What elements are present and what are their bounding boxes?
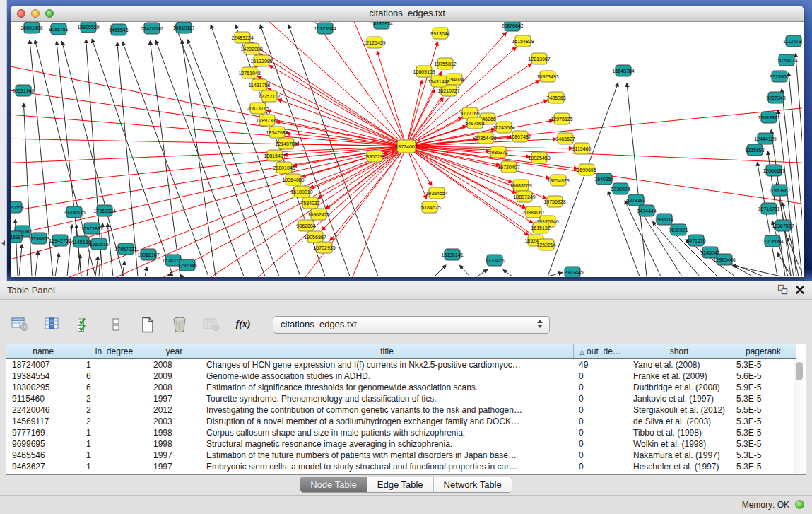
table-cell: 1: [81, 450, 148, 461]
table-cell: 22420046: [6, 404, 81, 416]
table-toolbar: f(x) citations_edges.txt: [10, 313, 550, 337]
network-window-titlebar[interactable]: citations_edges.txt: [11, 6, 804, 22]
panel-collapse-arrow-icon[interactable]: [1, 240, 5, 246]
table-row[interactable]: 977716911998Corpus callosum shape and si…: [6, 427, 796, 438]
table-row[interactable]: 1872400712008Changes of HCN gene express…: [6, 359, 796, 371]
red-edge: [307, 22, 406, 146]
table-row[interactable]: 969969511998Structural magnetic resonanc…: [6, 438, 796, 450]
graph-node-label: 9699695: [577, 168, 596, 173]
table-cell: Structural magnetic resonance image aver…: [201, 438, 573, 450]
graph-node-label: 10025453: [528, 156, 550, 160]
graph-node-label: 9245042: [700, 250, 719, 255]
column-header-in_degree[interactable]: in_degree: [81, 344, 148, 359]
table-cell: Genome-wide association studies in ADHD.: [201, 370, 573, 382]
table-cell: 5.3E-5: [731, 427, 796, 438]
table-row[interactable]: 1830029562008Estimation of significance …: [6, 382, 796, 393]
column-chooser-button[interactable]: [42, 315, 63, 334]
graph-node-label: 7986372: [488, 150, 507, 155]
table-cell: 1998: [148, 438, 201, 450]
table-panel: Table Panel: [0, 281, 812, 496]
table-cell: 5.3E-5: [731, 393, 796, 404]
table-cell: Stergiakouli et al. (2012): [628, 404, 731, 416]
graph-node-label: 10973493: [536, 74, 558, 79]
graph-node-label: 7632621: [669, 228, 688, 233]
network-canvas[interactable]: 1872400722483224142020881612209812761048…: [11, 22, 802, 277]
graph-node-label: 10807487: [509, 134, 531, 139]
new-table-button[interactable]: [137, 315, 158, 334]
left-panel-strip: [0, 0, 7, 281]
column-header-out_de[interactable]: △out_de…: [573, 344, 628, 359]
float-panel-icon[interactable]: [777, 284, 788, 295]
table-cell: 5.9E-5: [731, 382, 796, 393]
graph-node-label: 15184575: [418, 205, 440, 210]
graph-node-label: 7485063: [546, 95, 565, 100]
graph-node-label: 12752112: [259, 94, 281, 99]
function-builder-button[interactable]: f(x): [233, 315, 254, 334]
table-settings-button[interactable]: [10, 315, 31, 334]
table-cell: 1: [81, 359, 148, 371]
close-traffic-light-icon[interactable]: [17, 9, 25, 18]
minimize-traffic-light-icon[interactable]: [31, 9, 40, 18]
table-row[interactable]: 2242004622012Investigating the contribut…: [6, 404, 796, 416]
table-cell: Estimation of the future numbers of pati…: [201, 450, 573, 461]
black-edge: [107, 223, 113, 276]
graph-node-label: 16648784: [612, 69, 634, 74]
tab-network-table[interactable]: Network Table: [434, 477, 512, 492]
table-type-tabs: Node TableEdge TableNetwork Table: [300, 477, 512, 493]
graph-node-label: 20691406: [20, 25, 42, 30]
table-row[interactable]: 946362711997Embryonic stem cells: a mode…: [6, 461, 796, 472]
graph-node-label: 18347088: [266, 130, 288, 135]
column-header-name[interactable]: name: [6, 344, 81, 359]
column-header-short[interactable]: short: [628, 344, 731, 359]
graph-node-label: 20531940: [12, 88, 34, 93]
row-height-button[interactable]: [105, 315, 126, 334]
graph-node-label: 16245574: [493, 125, 514, 130]
delete-button[interactable]: [169, 315, 190, 334]
black-edge: [55, 253, 59, 276]
graph-node-label: 12942757: [49, 238, 71, 243]
tab-edge-table[interactable]: Edge Table: [367, 477, 434, 492]
table-cell: 2012: [148, 404, 201, 416]
table-cell: 14569117: [6, 416, 81, 427]
scrollbar-thumb[interactable]: [796, 362, 803, 380]
graph-node-label: 16702935: [313, 245, 335, 250]
tab-node-table[interactable]: Node Table: [300, 477, 367, 492]
column-header-title[interactable]: title: [201, 344, 573, 359]
black-edge: [733, 265, 781, 276]
red-edge: [11, 64, 406, 146]
black-edge: [796, 54, 802, 276]
table-tabs-row: Node TableEdge TableNetwork Table: [0, 477, 812, 493]
graph-node-label: 20206535: [63, 210, 85, 215]
table-row[interactable]: 911546021997Tourette syndrome. Phenomeno…: [6, 393, 796, 404]
table-row[interactable]: 1938455462009Genome-wide association stu…: [6, 370, 796, 382]
red-edge: [269, 66, 406, 146]
column-header-pagerank[interactable]: pagerank: [731, 344, 796, 359]
graph-node-label: 16962425: [307, 212, 329, 217]
column-header-year[interactable]: year: [148, 344, 201, 359]
table-row[interactable]: 1456911722003Disruption of a novel membe…: [6, 416, 796, 427]
select-rows-button[interactable]: [73, 315, 95, 334]
table-selector-dropdown[interactable]: citations_edges.txt: [273, 316, 550, 334]
graph-node-label: 7584037: [300, 201, 319, 206]
graph-node-label: 12093872: [758, 115, 779, 120]
graph-node-label: 1640354: [594, 177, 613, 182]
graph-node-label: 6279197: [626, 198, 645, 203]
table-panel-header: Table Panel: [0, 281, 812, 300]
graph-node-label: 17359924: [93, 209, 115, 214]
memory-status-indicator-icon[interactable]: [795, 500, 804, 509]
table-cell: 0: [573, 427, 628, 438]
table-cell: 0: [573, 450, 628, 461]
black-edge: [117, 42, 138, 276]
zoom-traffic-light-icon[interactable]: [45, 9, 54, 18]
network-window-title: citations_edges.txt: [11, 6, 804, 21]
graph-node-label: 15751074: [775, 58, 797, 63]
red-edge: [201, 146, 406, 277]
table-vertical-scrollbar[interactable]: [794, 359, 805, 474]
black-edge: [19, 245, 22, 276]
graph-node-label: 17897337: [256, 118, 278, 123]
close-panel-icon[interactable]: [795, 285, 805, 295]
checkboxes-icon: [77, 317, 91, 332]
graph-node-label: 20801045: [273, 165, 295, 170]
table-row[interactable]: 946554611997Estimation of the future num…: [6, 450, 796, 461]
graph-node-label: 9463627: [555, 136, 575, 141]
